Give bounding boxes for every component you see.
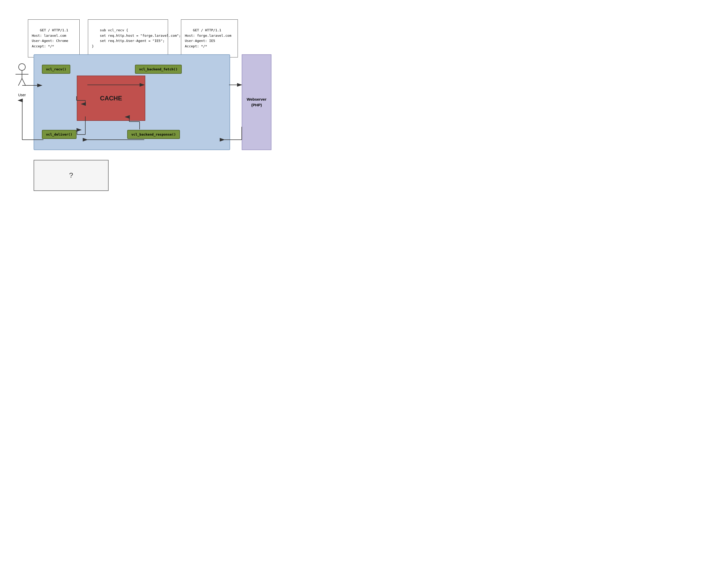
cache-label: CACHE xyxy=(100,95,122,102)
user-label: User xyxy=(18,93,26,97)
code-box-left: GET / HTTP/1.1 Host: laravel.com User-Ag… xyxy=(28,19,80,57)
varnish-container: vcl_recv() vcl_backend_fetch() CACHE vcl… xyxy=(34,54,230,150)
cache-box: CACHE xyxy=(77,76,145,121)
question-label: ? xyxy=(69,171,73,179)
question-box: ? xyxy=(34,160,109,191)
user-body-svg xyxy=(14,71,30,91)
vcl-recv-box: vcl_recv() xyxy=(42,65,70,74)
code-box-right-text: GET / HTTP/1.1 Host: forge.laravel.com U… xyxy=(185,28,231,48)
vcl-deliver-box: vcl_deliver() xyxy=(42,130,77,139)
webserver-box: Webserver(PHP) xyxy=(242,54,271,150)
diagram-container: GET / HTTP/1.1 Host: laravel.com User-Ag… xyxy=(0,0,364,282)
code-box-left-text: GET / HTTP/1.1 Host: laravel.com User-Ag… xyxy=(32,28,68,48)
webserver-label: Webserver(PHP) xyxy=(247,96,266,108)
code-box-middle-text: sub vcl_recv { set req.http.host = "forg… xyxy=(92,28,181,48)
code-box-middle: sub vcl_recv { set req.http.host = "forg… xyxy=(88,19,168,57)
svg-line-3 xyxy=(22,78,26,86)
svg-line-2 xyxy=(18,78,22,86)
vcl-backend-response-box: vcl_backend_response() xyxy=(127,130,180,139)
vcl-backend-fetch-box: vcl_backend_fetch() xyxy=(135,65,182,74)
user-head xyxy=(18,63,26,71)
code-box-right: GET / HTTP/1.1 Host: forge.laravel.com U… xyxy=(181,19,238,57)
user-figure: User xyxy=(14,63,30,97)
